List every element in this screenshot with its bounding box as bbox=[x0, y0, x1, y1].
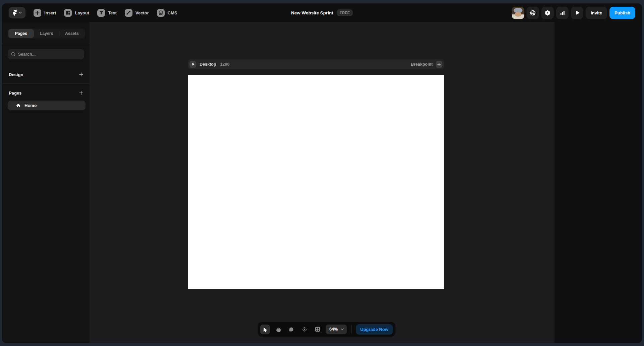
divider bbox=[351, 325, 352, 334]
topbar-right-controls: Invite Publish bbox=[512, 7, 635, 19]
canvas[interactable]: Desktop 1200 Breakpoint bbox=[90, 22, 554, 343]
chevron-down-icon bbox=[19, 12, 22, 14]
add-breakpoint-button[interactable] bbox=[436, 61, 442, 68]
divider bbox=[2, 83, 90, 84]
select-tool[interactable] bbox=[260, 325, 270, 334]
zoom-dropdown[interactable]: 64% bbox=[326, 325, 347, 334]
topbar-menu: Insert Layout Text Vector bbox=[34, 9, 177, 17]
plugins-button[interactable] bbox=[541, 7, 554, 19]
plugins-icon bbox=[544, 10, 551, 16]
text-icon bbox=[97, 9, 105, 17]
design-section-row[interactable]: Design bbox=[2, 69, 90, 79]
page-item-home[interactable]: Home bbox=[8, 101, 86, 110]
text-menu-item[interactable]: Text bbox=[97, 9, 117, 17]
bottom-toolbar: 64% Upgrade Now bbox=[258, 322, 395, 337]
sidebar-tab-bar: Pages Layers Assets bbox=[8, 28, 85, 39]
home-icon bbox=[16, 103, 20, 108]
project-title: New Website Sprint bbox=[291, 10, 333, 15]
vector-icon bbox=[125, 9, 132, 17]
breakpoint-actions: Breakpoint bbox=[411, 61, 442, 68]
add-page-button[interactable] bbox=[77, 89, 85, 97]
framer-logo-icon bbox=[13, 10, 17, 16]
desktop-design-frame[interactable] bbox=[188, 75, 444, 289]
zoom-level: 64% bbox=[329, 327, 338, 332]
workspace: Pages Layers Assets Design Pages bbox=[2, 22, 642, 343]
breakpoint-info: Desktop 1200 bbox=[190, 61, 229, 68]
tab-pages[interactable]: Pages bbox=[8, 29, 34, 38]
page-item-label: Home bbox=[24, 103, 37, 108]
upgrade-now-button[interactable]: Upgrade Now bbox=[356, 324, 393, 335]
tab-layers[interactable]: Layers bbox=[34, 29, 59, 38]
invite-button[interactable]: Invite bbox=[586, 7, 607, 19]
cms-menu-item[interactable]: CMS bbox=[157, 9, 177, 17]
sun-icon bbox=[302, 326, 308, 332]
section-label: Design bbox=[9, 72, 23, 77]
breakpoint-action-label: Breakpoint bbox=[411, 62, 433, 67]
effects-tool[interactable] bbox=[300, 325, 309, 334]
add-design-button[interactable] bbox=[77, 71, 85, 78]
menu-item-label: Vector bbox=[136, 10, 149, 15]
avatar[interactable] bbox=[512, 7, 524, 19]
tab-assets[interactable]: Assets bbox=[59, 29, 85, 38]
comment-tool[interactable] bbox=[286, 325, 296, 334]
preview-button[interactable] bbox=[571, 7, 583, 19]
cursor-icon bbox=[262, 327, 268, 332]
analytics-icon bbox=[559, 10, 566, 16]
globe-icon bbox=[530, 10, 536, 16]
app-window: Insert Layout Text Vector bbox=[2, 3, 642, 343]
menu-item-label: Insert bbox=[44, 10, 56, 15]
left-sidebar: Pages Layers Assets Design Pages bbox=[2, 22, 90, 343]
breakpoint-label-bar[interactable]: Desktop 1200 Breakpoint bbox=[188, 59, 444, 69]
cms-icon bbox=[157, 9, 165, 17]
menu-item-label: CMS bbox=[168, 10, 177, 15]
menu-item-label: Text bbox=[108, 10, 117, 15]
right-properties-panel bbox=[554, 22, 642, 343]
search-box[interactable] bbox=[8, 49, 84, 59]
section-label: Pages bbox=[9, 91, 21, 96]
project-title-group: New Website Sprint FREE bbox=[291, 9, 353, 16]
plan-badge: FREE bbox=[337, 9, 353, 16]
insert-menu-item[interactable]: Insert bbox=[34, 9, 56, 17]
breakpoint-width: 1200 bbox=[220, 62, 229, 67]
analytics-button[interactable] bbox=[556, 7, 569, 19]
insert-grid-tool[interactable] bbox=[313, 325, 322, 334]
publish-button[interactable]: Publish bbox=[609, 7, 635, 19]
vector-menu-item[interactable]: Vector bbox=[125, 9, 149, 17]
pages-section-row[interactable]: Pages bbox=[2, 88, 90, 98]
breakpoint-name: Desktop bbox=[200, 62, 216, 67]
site-settings-button[interactable] bbox=[527, 7, 539, 19]
plus-icon bbox=[34, 9, 41, 17]
diamond-grid-icon bbox=[315, 326, 321, 332]
hand-icon bbox=[275, 327, 281, 332]
menu-item-label: Layout bbox=[75, 10, 89, 15]
layout-icon bbox=[64, 9, 72, 17]
topbar: Insert Layout Text Vector bbox=[2, 3, 642, 22]
preview-frame-button[interactable] bbox=[190, 61, 196, 68]
layout-menu-item[interactable]: Layout bbox=[64, 9, 89, 17]
framer-logo-menu-button[interactable] bbox=[9, 7, 25, 18]
hand-tool[interactable] bbox=[273, 325, 283, 334]
search-icon bbox=[11, 52, 15, 56]
chevron-down-icon bbox=[341, 328, 344, 330]
comment-bubble-icon bbox=[288, 327, 294, 332]
preview-play-icon bbox=[575, 10, 580, 15]
search-input[interactable] bbox=[18, 52, 81, 57]
divider bbox=[2, 43, 90, 43]
